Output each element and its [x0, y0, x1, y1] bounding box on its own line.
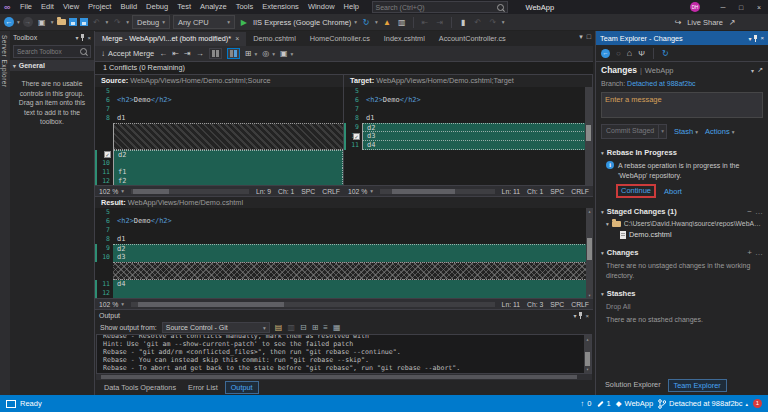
step-over-icon[interactable]: ⇥ [434, 16, 446, 28]
minimize-button[interactable]: ─ [714, 0, 732, 14]
clear-output-icon[interactable]: ≡ [323, 323, 328, 332]
bottom-tab-data-tools-operations[interactable]: Data Tools Operations [99, 382, 181, 393]
output-dropdown-icon[interactable]: ▾ [573, 312, 576, 319]
home-icon[interactable]: ⌂ [627, 48, 632, 58]
connect-icon[interactable]: Ψ [638, 49, 645, 58]
menu-item-debug[interactable]: Debug [142, 2, 173, 11]
right-tab-team-explorer[interactable]: Team Explorer [668, 379, 727, 392]
stash-button[interactable]: Stash ▾ [674, 127, 698, 136]
target-scroll-thumb[interactable] [586, 125, 591, 141]
team-refresh-icon[interactable]: ↻ [662, 49, 669, 58]
branch-link[interactable]: Detached at 988af2bc [627, 80, 696, 87]
layout-options-button[interactable]: ⊞ ▾ [245, 49, 257, 58]
live-share-button[interactable]: Live Share [687, 18, 723, 27]
staged-file-row[interactable]: Demo.cshtml [596, 227, 768, 239]
staged-more-icon[interactable]: … [755, 207, 763, 216]
team-explorer-title-bar[interactable]: Team Explorer - Changes ▾ × [596, 31, 768, 45]
menu-item-build[interactable]: Build [116, 2, 142, 11]
split-layout-button[interactable] [227, 48, 240, 59]
quick-search-input[interactable]: Search (Ctrl+Q) [372, 1, 508, 13]
output-source-select[interactable]: Source Control - Git ▾ [162, 322, 270, 333]
conflict-checkbox[interactable]: ✓ [104, 151, 111, 158]
menu-item-extensions[interactable]: Extensions [258, 2, 304, 11]
staged-folder-row[interactable]: ▾ C:\Users\David.Hwang\source\repos\WebA… [596, 217, 768, 227]
target-hscrollbar[interactable] [380, 189, 495, 194]
accept-merge-button[interactable]: ↓ Accept Merge [101, 49, 154, 58]
save-all-icon[interactable] [80, 18, 88, 26]
save-icon[interactable] [69, 18, 77, 26]
maximize-button[interactable]: □ [732, 0, 750, 14]
target-scrollbar[interactable] [585, 87, 592, 185]
team-dropdown-icon[interactable]: ▾ [748, 35, 751, 42]
undo-dropdown-icon[interactable]: ▾ [106, 19, 109, 25]
navigate-back-icon[interactable]: ← [4, 17, 14, 27]
output-levels-icon[interactable]: ▤ [275, 323, 283, 332]
output-find-icon[interactable]: ▥ [287, 323, 295, 332]
refresh-icon[interactable]: ↻ [360, 16, 372, 28]
new-project-icon[interactable]: ▣ [36, 16, 48, 28]
editor-tab[interactable]: AccountController.cs [432, 32, 513, 46]
next-conflict-icon[interactable]: → [196, 49, 204, 58]
right-tab-solution-explorer[interactable]: Solution Explorer [600, 379, 666, 392]
rebase-section-header[interactable]: ▾ Rebase In Progress [596, 147, 768, 158]
menu-item-tools[interactable]: Tools [231, 2, 258, 11]
close-button[interactable]: × [750, 0, 768, 14]
avatar[interactable]: DH [690, 2, 700, 12]
stashes-section-header[interactable]: ▾ Stashes [596, 288, 768, 299]
editor-tab[interactable]: Demo.cshtml [246, 32, 303, 46]
repository-picker[interactable]: ◆ WebApp [616, 399, 653, 408]
output-scrollbar[interactable]: ▴ ▾ [584, 335, 591, 373]
server-explorer-tab[interactable]: Server Explorer [1, 35, 8, 88]
result-editor[interactable]: ▴ ▾ 56<h2>Demo</h2>78d19d210d311d41213f1… [95, 208, 593, 298]
two-way-layout-button[interactable] [209, 48, 222, 59]
branch-picker[interactable]: Detached at 988af2bc ▴ [658, 399, 748, 409]
hot-reload-icon[interactable]: ▲ [381, 16, 393, 28]
new-dropdown-icon[interactable]: ▾ [51, 19, 54, 25]
conflict-checkbox[interactable]: ✓ [353, 133, 360, 140]
background-tasks-icon[interactable] [6, 400, 16, 408]
menu-item-file[interactable]: File [15, 2, 36, 11]
team-pin-icon[interactable] [754, 35, 757, 42]
changes-section-header[interactable]: ▾ Changes + … [596, 247, 768, 258]
editor-tab[interactable]: HomeController.cs [303, 32, 377, 46]
toolbox-section-general[interactable]: ▾ General [10, 60, 94, 71]
menu-item-test[interactable]: Test [173, 2, 196, 11]
first-diff-icon[interactable]: ⇤ [172, 49, 179, 58]
team-back-icon[interactable]: ← [601, 49, 610, 58]
menu-item-window[interactable]: Window [303, 2, 339, 11]
output-scroll-thumb[interactable] [585, 352, 590, 366]
goto-prev-message-icon[interactable]: ⊟ [300, 323, 307, 332]
solution-platform-select[interactable]: Any CPU▾ [173, 15, 235, 29]
result-scroll-thumb[interactable] [587, 238, 592, 260]
last-diff-icon[interactable]: ⇥ [184, 49, 191, 58]
drop-all-item[interactable]: Drop All [596, 299, 768, 312]
changes-more-icon[interactable]: … [755, 248, 763, 257]
step-back-icon[interactable]: ⇤ [419, 16, 431, 28]
bottom-tab-error-list[interactable]: Error List [183, 382, 223, 393]
solution-configuration-select[interactable]: Debug▾ [132, 15, 170, 29]
commit-staged-button[interactable]: Commit Staged ▾ [601, 124, 667, 139]
changes-dropdown-icon[interactable]: ▾ [751, 67, 754, 74]
prev-bookmark-icon[interactable]: ↶ [472, 16, 484, 28]
redo-icon[interactable]: ↷ [111, 16, 123, 28]
menu-item-analyze[interactable]: Analyze [195, 2, 231, 11]
output-pin-icon[interactable] [579, 312, 582, 319]
team-forward-icon[interactable]: ○ [616, 49, 621, 58]
toolbox-dropdown-icon[interactable]: ▾ [75, 34, 78, 41]
commit-message-input[interactable]: Enter a message [601, 92, 763, 118]
file-options-button[interactable]: ▣ ▾ [280, 49, 293, 58]
pending-edits-indicator[interactable]: 1 [597, 399, 611, 408]
editor-tab[interactable]: Merge - WebApp/Vi...et (both modified)*× [95, 32, 246, 46]
toolbar-overflow-icon[interactable]: ▾ [502, 19, 505, 25]
preview-in-browser-icon[interactable]: ▥ [396, 16, 408, 28]
result-hscrollbar[interactable] [131, 302, 495, 307]
prev-conflict-icon[interactable]: ← [159, 49, 167, 58]
redo-dropdown-icon[interactable]: ▾ [126, 19, 129, 25]
toolbox-close-icon[interactable]: × [87, 35, 91, 41]
bookmark-icon[interactable]: ▮ [457, 16, 469, 28]
diff-options-button[interactable]: ◎ ▾ [262, 49, 275, 58]
output-close-icon[interactable]: × [585, 313, 589, 319]
output-hscrollbar[interactable] [96, 374, 592, 380]
source-editor[interactable]: 56<h2>Demo</h2>78d19✓d21011f112f2 [95, 87, 344, 185]
back-dropdown-icon[interactable]: ▾ [17, 19, 20, 25]
